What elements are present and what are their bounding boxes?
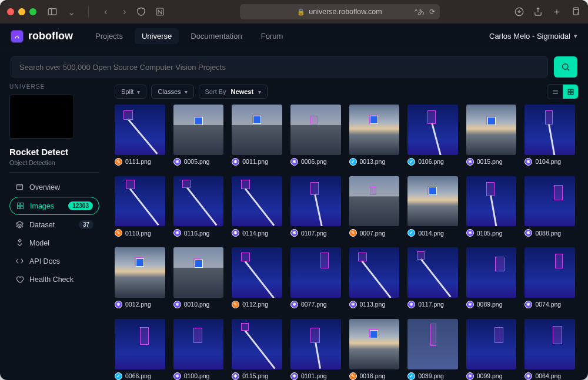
sidebar-item-images[interactable]: Images12303 bbox=[9, 197, 99, 215]
topnav-item-documentation[interactable]: Documentation bbox=[183, 28, 249, 44]
notion-icon[interactable] bbox=[155, 6, 165, 17]
filter-classes[interactable]: Classes▾ bbox=[151, 85, 193, 99]
image-filename: 0107.png bbox=[301, 230, 327, 237]
svg-rect-18 bbox=[568, 92, 570, 95]
share-icon[interactable] bbox=[533, 6, 543, 17]
topnav-item-projects[interactable]: Projects bbox=[88, 28, 130, 44]
sidebar-item-api-docs[interactable]: API Docs bbox=[9, 253, 99, 270]
bounding-box bbox=[427, 110, 436, 123]
image-card[interactable]: ✱0074.png bbox=[524, 247, 575, 308]
image-card[interactable]: ✱0114.png bbox=[232, 176, 282, 237]
image-card[interactable]: ✱0104.png bbox=[524, 105, 575, 166]
bounding-box bbox=[310, 116, 318, 125]
image-caption: ✱0099.png bbox=[466, 372, 517, 380]
image-card[interactable]: ✱0064.png bbox=[524, 319, 575, 380]
image-card[interactable]: ✱0006.png bbox=[290, 105, 341, 166]
image-card[interactable]: ✎0112.png bbox=[232, 247, 282, 308]
image-card[interactable]: ✱0012.png bbox=[115, 247, 165, 308]
chevron-down-icon[interactable]: ⌄ bbox=[66, 6, 76, 17]
image-card[interactable]: ✱0088.png bbox=[524, 176, 575, 237]
sidebar-item-overview[interactable]: Overview bbox=[9, 179, 99, 196]
image-card[interactable]: ✎0007.png bbox=[349, 176, 400, 237]
brand[interactable]: roboflow bbox=[11, 30, 73, 43]
status-purple-icon: ✱ bbox=[466, 372, 474, 380]
view-grid-button[interactable] bbox=[563, 85, 578, 99]
image-card[interactable]: ✱0011.png bbox=[232, 105, 282, 166]
reload-icon[interactable]: ⟳ bbox=[429, 8, 435, 16]
image-card[interactable]: ✔0039.png bbox=[407, 319, 458, 380]
image-card[interactable]: ✱0099.png bbox=[466, 319, 517, 380]
sidebar-item-dataset[interactable]: Dataset37 bbox=[9, 216, 99, 233]
bounding-box bbox=[126, 180, 135, 189]
image-card[interactable]: ✱0100.png bbox=[173, 319, 224, 380]
search-button[interactable] bbox=[554, 56, 577, 78]
label-marker bbox=[370, 116, 378, 124]
status-cyan-icon: ✔ bbox=[407, 229, 415, 237]
image-card[interactable]: ✱0115.png bbox=[232, 319, 282, 380]
image-card[interactable]: ✱0105.png bbox=[466, 176, 517, 237]
gallery-scroll[interactable]: ✎0111.png✱0005.png✱0011.png✱0006.png✔001… bbox=[115, 105, 579, 380]
image-card[interactable]: ✔0106.png bbox=[407, 105, 458, 166]
status-purple-icon: ✱ bbox=[290, 301, 298, 308]
image-card[interactable]: ✔0014.png bbox=[407, 176, 458, 237]
topnav-item-forum[interactable]: Forum bbox=[254, 28, 290, 44]
sidebar-item-model[interactable]: Model bbox=[9, 234, 99, 251]
image-card[interactable]: ✱0005.png bbox=[173, 105, 224, 166]
minimize-window[interactable] bbox=[18, 8, 25, 15]
translate-icon[interactable]: ᴬあ bbox=[415, 7, 425, 17]
label-marker bbox=[253, 116, 261, 124]
tabs-icon[interactable] bbox=[570, 6, 581, 17]
search-box bbox=[11, 56, 548, 78]
app-header: roboflow ProjectsUniverseDocumentationFo… bbox=[0, 23, 588, 49]
status-orange-icon: ✎ bbox=[115, 158, 122, 166]
close-window[interactable] bbox=[7, 8, 14, 15]
new-tab-icon[interactable]: ＋ bbox=[552, 6, 562, 17]
sidebar-item-health-check[interactable]: Health Check bbox=[9, 271, 99, 288]
address-bar[interactable]: 🔒 universe.roboflow.com ᴬあ ⟳ bbox=[176, 4, 503, 19]
filter-split[interactable]: Split▾ bbox=[115, 85, 146, 99]
image-card[interactable]: ✱0010.png bbox=[173, 247, 224, 308]
image-card[interactable]: ✱0089.png bbox=[466, 247, 517, 308]
back-icon[interactable]: ‹ bbox=[101, 6, 111, 17]
topnav-item-universe[interactable]: Universe bbox=[135, 28, 179, 44]
image-card[interactable]: ✱0015.png bbox=[466, 105, 517, 166]
content: UNIVERSE Rocket Detect Object Detection … bbox=[0, 83, 588, 380]
image-thumbnail bbox=[173, 176, 224, 227]
image-card[interactable]: ✱0107.png bbox=[290, 176, 341, 237]
image-card[interactable]: ✱0077.png bbox=[290, 247, 341, 308]
image-card[interactable]: ✔0066.png bbox=[115, 319, 165, 380]
filter-sort[interactable]: Sort By Newest ▾ bbox=[199, 85, 268, 99]
user-menu[interactable]: Carlos Melo - Sigmoidal ▾ bbox=[489, 32, 577, 41]
status-cyan-icon: ✔ bbox=[115, 372, 122, 380]
image-card[interactable]: ✎0111.png bbox=[115, 105, 165, 166]
chevron-down-icon: ▾ bbox=[137, 89, 140, 95]
bounding-box bbox=[310, 182, 319, 195]
sidebar-icon[interactable] bbox=[47, 6, 58, 17]
shield-icon[interactable] bbox=[136, 6, 146, 17]
bounding-box bbox=[241, 323, 249, 331]
image-card[interactable]: ✱0117.png bbox=[407, 247, 458, 308]
image-card[interactable]: ✱0116.png bbox=[173, 176, 224, 237]
image-card[interactable]: ✎0016.png bbox=[349, 319, 400, 380]
image-filename: 0064.png bbox=[535, 372, 561, 379]
bounding-box bbox=[545, 110, 553, 125]
image-thumbnail bbox=[290, 247, 341, 298]
browser-window: ⌄ ‹ › 🔒 universe.roboflow.com ᴬあ ⟳ ＋ bbox=[0, 0, 588, 380]
project-thumbnail[interactable] bbox=[9, 95, 74, 139]
view-list-button[interactable] bbox=[547, 85, 563, 99]
forward-icon[interactable]: › bbox=[119, 6, 130, 17]
image-card[interactable]: ✱0113.png bbox=[349, 247, 400, 308]
image-filename: 0111.png bbox=[125, 158, 151, 165]
image-card[interactable]: ✱0101.png bbox=[290, 319, 341, 380]
svg-rect-4 bbox=[573, 9, 579, 15]
label-marker bbox=[195, 260, 203, 268]
svg-rect-17 bbox=[571, 89, 573, 92]
image-card[interactable]: ✔0013.png bbox=[349, 105, 400, 166]
image-card[interactable]: ✎0110.png bbox=[115, 176, 165, 237]
download-icon[interactable] bbox=[514, 6, 524, 17]
search-input[interactable] bbox=[11, 63, 547, 72]
image-thumbnail bbox=[290, 105, 341, 155]
zoom-window[interactable] bbox=[29, 8, 36, 15]
status-purple-icon: ✱ bbox=[232, 229, 239, 237]
image-caption: ✱0010.png bbox=[173, 301, 224, 308]
